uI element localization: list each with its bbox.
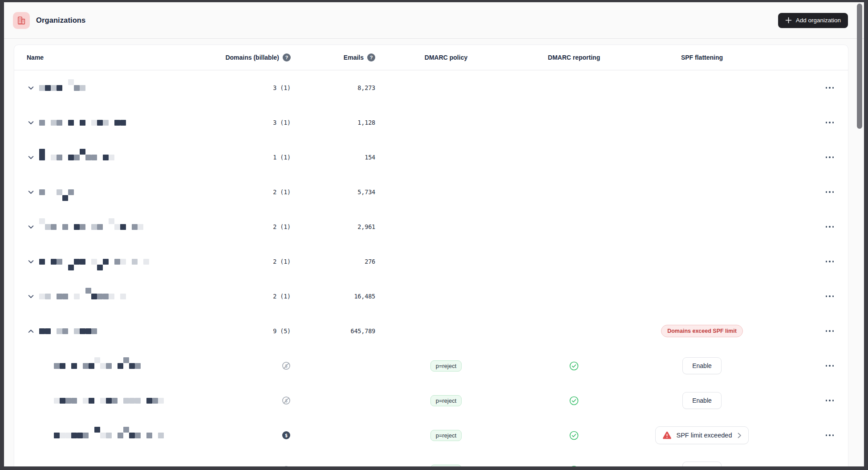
enable-spf-flattening-button[interactable]: Enable bbox=[682, 357, 722, 374]
expand-chevron-down-icon[interactable] bbox=[27, 257, 35, 266]
domains-count: 3 (1) bbox=[273, 84, 291, 91]
svg-text:$: $ bbox=[285, 433, 288, 438]
help-icon[interactable]: ? bbox=[367, 53, 375, 61]
domains-exceed-spf-limit-badge: Domains exceed SPF limit bbox=[661, 325, 743, 338]
emails-count: 154 bbox=[365, 154, 375, 161]
add-organization-button[interactable]: Add organization bbox=[778, 13, 848, 28]
expand-chevron-down-icon[interactable] bbox=[27, 188, 35, 196]
enable-spf-flattening-button[interactable]: Enable bbox=[682, 392, 722, 409]
not-billable-dollar-icon: $ bbox=[282, 396, 291, 405]
column-header-dmarc-policy: DMARC policy bbox=[377, 54, 515, 61]
dmarc-policy-cell: p=reject bbox=[377, 360, 515, 372]
organizations-icon bbox=[13, 12, 30, 29]
column-label: DMARC policy bbox=[425, 54, 467, 61]
collapse-chevron-up-icon[interactable] bbox=[27, 327, 35, 335]
row-menu-ellipsis-button[interactable] bbox=[825, 154, 835, 161]
actions-cell bbox=[771, 223, 848, 230]
actions-cell bbox=[771, 362, 848, 369]
domains-cell: 2 (1) bbox=[192, 188, 292, 196]
row-menu-ellipsis-button[interactable] bbox=[825, 397, 835, 404]
page-body: NameDomains (billable)?Emails?DMARC poli… bbox=[4, 39, 864, 466]
help-icon[interactable]: ? bbox=[283, 53, 291, 61]
expand-chevron-down-icon[interactable] bbox=[27, 153, 35, 161]
name-cell bbox=[14, 188, 192, 196]
actions-cell bbox=[771, 188, 848, 196]
domains-cell: $ bbox=[192, 431, 292, 440]
dmarc-reporting-cell bbox=[515, 466, 633, 467]
name-cell bbox=[14, 257, 192, 266]
emails-cell: 2,961 bbox=[292, 223, 377, 230]
column-header-domains: Domains (billable)? bbox=[192, 53, 292, 61]
dmarc-policy-badge: p=reject bbox=[430, 465, 462, 467]
redacted-name bbox=[39, 120, 126, 126]
spf-limit-exceeded-button[interactable]: SPF limit exceeded bbox=[655, 426, 749, 444]
domains-cell: $ bbox=[192, 361, 292, 370]
row-menu-ellipsis-button[interactable] bbox=[825, 327, 835, 335]
not-billable-dollar-icon: $ bbox=[282, 466, 291, 466]
organization-row: 2 (1)16,485 bbox=[14, 279, 848, 314]
organization-row: 2 (1)5,734 bbox=[14, 175, 848, 209]
organization-row: 3 (1)8,273 bbox=[14, 70, 848, 105]
row-menu-ellipsis-button[interactable] bbox=[825, 362, 835, 369]
column-label: SPF flattening bbox=[681, 54, 723, 61]
organization-row: 3 (1)1,128 bbox=[14, 105, 848, 140]
add-organization-label: Add organization bbox=[796, 17, 841, 24]
domain-row: $p=rejectSPF limit exceeded bbox=[14, 418, 848, 453]
emails-count: 8,273 bbox=[357, 84, 375, 91]
column-header-emails: Emails? bbox=[292, 53, 377, 61]
warning-triangle-icon bbox=[662, 431, 672, 440]
spf-flattening-cell: Enable bbox=[633, 462, 771, 466]
expand-chevron-down-icon[interactable] bbox=[27, 84, 35, 92]
row-menu-ellipsis-button[interactable] bbox=[825, 84, 835, 91]
actions-cell bbox=[771, 154, 848, 161]
dmarc-policy-badge: p=reject bbox=[430, 360, 462, 372]
column-header-spf-flattening: SPF flattening bbox=[633, 54, 771, 61]
spf-flattening-cell: Enable bbox=[633, 392, 771, 409]
name-cell bbox=[14, 363, 192, 369]
row-menu-ellipsis-button[interactable] bbox=[825, 119, 835, 126]
enable-spf-flattening-button[interactable]: Enable bbox=[682, 462, 722, 466]
check-circle-icon bbox=[569, 466, 579, 467]
row-menu-ellipsis-button[interactable] bbox=[825, 432, 835, 439]
domains-count: 2 (1) bbox=[273, 293, 291, 300]
billable-dollar-icon: $ bbox=[282, 431, 291, 440]
expand-chevron-down-icon[interactable] bbox=[27, 223, 35, 231]
domains-cell: 1 (1) bbox=[192, 154, 292, 161]
redacted-name bbox=[54, 433, 164, 438]
actions-cell bbox=[771, 258, 848, 265]
organizations-page: Organizations Add organization NameDomai… bbox=[4, 2, 864, 466]
spf-flattening-cell: Domains exceed SPF limit bbox=[633, 325, 771, 338]
redacted-name bbox=[54, 398, 164, 404]
domain-row: $p=rejectEnable bbox=[14, 453, 848, 466]
domains-count: 2 (1) bbox=[273, 223, 291, 230]
emails-count: 2,961 bbox=[357, 223, 375, 230]
domains-cell: 3 (1) bbox=[192, 119, 292, 126]
spf-limit-exceeded-label: SPF limit exceeded bbox=[677, 432, 732, 439]
emails-cell: 645,789 bbox=[292, 327, 377, 335]
row-menu-ellipsis-button[interactable] bbox=[825, 223, 835, 230]
dmarc-policy-cell: p=reject bbox=[377, 395, 515, 406]
page-title: Organizations bbox=[36, 16, 85, 25]
dmarc-policy-badge: p=reject bbox=[430, 430, 462, 441]
row-menu-ellipsis-button[interactable] bbox=[825, 188, 835, 196]
expand-chevron-down-icon[interactable] bbox=[27, 292, 35, 300]
dmarc-policy-cell: p=reject bbox=[377, 430, 515, 441]
emails-count: 16,485 bbox=[354, 293, 375, 300]
spf-flattening-cell: SPF limit exceeded bbox=[633, 426, 771, 444]
column-label: Name bbox=[27, 54, 44, 61]
actions-cell bbox=[771, 119, 848, 126]
expand-chevron-down-icon[interactable] bbox=[27, 119, 35, 127]
not-billable-dollar-icon: $ bbox=[282, 361, 291, 370]
vertical-scrollbar-thumb[interactable] bbox=[857, 4, 862, 129]
row-menu-ellipsis-button[interactable] bbox=[825, 293, 835, 300]
emails-cell: 16,485 bbox=[292, 293, 377, 300]
dmarc-reporting-cell bbox=[515, 431, 633, 440]
chevron-right-icon bbox=[738, 433, 742, 438]
check-circle-icon bbox=[569, 396, 579, 405]
domains-cell: 2 (1) bbox=[192, 258, 292, 265]
name-cell bbox=[14, 292, 192, 300]
check-circle-icon bbox=[569, 431, 579, 440]
name-cell bbox=[14, 223, 192, 231]
actions-cell bbox=[771, 293, 848, 300]
row-menu-ellipsis-button[interactable] bbox=[825, 258, 835, 265]
